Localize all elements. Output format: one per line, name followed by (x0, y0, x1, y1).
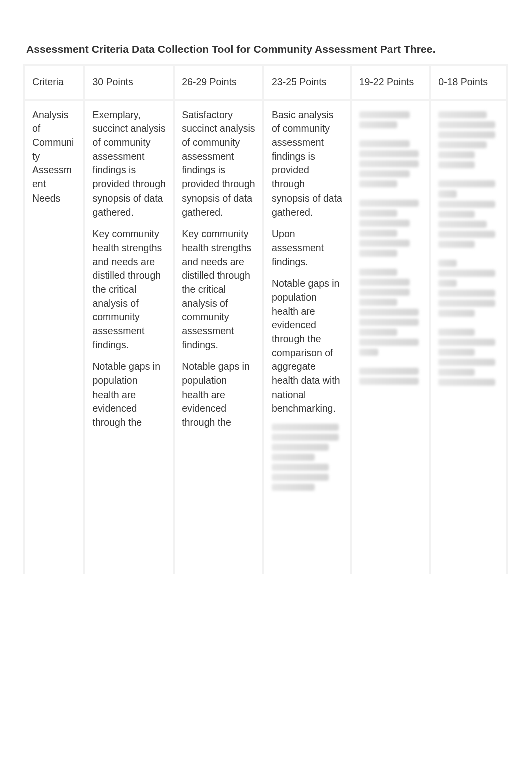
header-30-points: 30 Points (83, 64, 173, 99)
header-23-25-points: 23-25 Points (262, 64, 350, 99)
cell-0-18-points (429, 99, 508, 574)
cell-30-points: Exemplary, succinct analysis of communit… (83, 99, 173, 574)
page-title: Assessment Criteria Data Collection Tool… (26, 43, 508, 55)
cell-text: Key community health strengths and needs… (92, 227, 166, 352)
cell-text: Notable gaps in population health are ev… (182, 360, 255, 429)
cell-text: Satisfactory succinct analysis of commun… (182, 108, 255, 220)
obscured-content (438, 111, 499, 386)
table-header-row: Criteria 30 Points 26-29 Points 23-25 Po… (23, 64, 508, 99)
cell-text: Upon assessment findings. (272, 227, 343, 269)
cell-text: Exemplary, succinct analysis of communit… (92, 108, 166, 220)
header-0-18-points: 0-18 Points (429, 64, 508, 99)
table-row: Analysis of Community Assessment Needs E… (23, 99, 508, 574)
cell-23-25-points: Basic analysis of community assessment f… (262, 99, 350, 574)
cell-criteria: Analysis of Community Assessment Needs (23, 99, 83, 574)
cell-text: Key community health strengths and needs… (182, 227, 255, 352)
header-criteria: Criteria (23, 64, 83, 99)
cell-26-29-points: Satisfactory succinct analysis of commun… (173, 99, 262, 574)
criteria-text: Analysis of Community Assessment Needs (32, 108, 76, 206)
cell-text: Basic analysis of community assessment f… (272, 108, 343, 220)
cell-text: Notable gaps in population health are ev… (272, 277, 343, 416)
document-page: Assessment Criteria Data Collection Tool… (0, 0, 532, 780)
cell-text: Notable gaps in population health are ev… (92, 360, 166, 429)
header-19-22-points: 19-22 Points (350, 64, 430, 99)
obscured-content (359, 111, 423, 385)
header-26-29-points: 26-29 Points (173, 64, 262, 99)
rubric-table: Criteria 30 Points 26-29 Points 23-25 Po… (23, 64, 508, 574)
cell-19-22-points (350, 99, 430, 574)
obscured-content (272, 424, 343, 491)
